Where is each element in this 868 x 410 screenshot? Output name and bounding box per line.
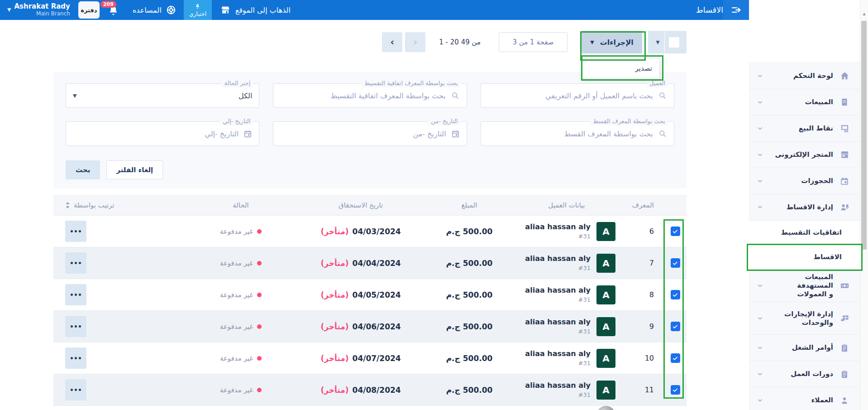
status-label: غير مدفوعة xyxy=(220,354,253,362)
header-sort[interactable]: ترتيب بواسطة xyxy=(53,201,186,209)
search-icon xyxy=(658,129,667,138)
customer-name[interactable]: aliaa hassan aly xyxy=(525,349,591,358)
row-status-cell: غير مدفوعة xyxy=(186,323,295,331)
late-badge: (متأخر) xyxy=(320,290,348,299)
late-badge: (متأخر) xyxy=(320,227,348,236)
scrollbar-thumb[interactable] xyxy=(861,21,867,250)
daftra-logo[interactable]: دفترة xyxy=(78,1,100,19)
due-date: 04/06/2024 xyxy=(353,322,401,331)
sidebar-item-work-orders[interactable]: أوامر الشغل xyxy=(749,335,860,361)
sidebar-item-installments[interactable]: الاقساط xyxy=(749,245,860,270)
chevron-up-icon xyxy=(757,204,763,210)
row-checkbox-checked[interactable] xyxy=(671,385,680,395)
header-id[interactable]: المعرف xyxy=(621,201,664,209)
field-placeholder: التاريخ -إلي xyxy=(205,130,238,138)
sidebar-toggle-button[interactable] xyxy=(723,0,749,20)
avatar: A xyxy=(596,317,615,336)
notifications-button[interactable]: 209 xyxy=(108,5,119,16)
prev-page-button[interactable]: ‹ xyxy=(382,32,402,52)
header-due-date[interactable]: تاريخ الاستحقاق xyxy=(295,201,426,209)
agreement-search-field[interactable]: بحث بواسطة المعرف اتفاقية التقسيط بحث بو… xyxy=(273,83,467,108)
row-actions-button[interactable] xyxy=(65,347,86,369)
row-checkbox-cell xyxy=(664,290,687,299)
row-checkbox-checked[interactable] xyxy=(671,353,680,363)
row-customer-cell[interactable]: A aliaa hassan aly #31 xyxy=(512,317,621,336)
table-row[interactable]: 10 A aliaa hassan aly #31 500.00 ج.م 04/… xyxy=(53,342,687,374)
row-checkbox-checked[interactable] xyxy=(671,322,680,331)
field-label: التاريخ -من xyxy=(428,117,460,125)
header-status[interactable]: الحالة xyxy=(186,201,295,209)
select-all-group: ▼ xyxy=(648,31,687,53)
row-checkbox-checked[interactable] xyxy=(671,227,680,236)
status-select[interactable]: إختر الحالة الكل ▼ xyxy=(66,83,259,108)
clear-filter-button[interactable]: إلغاء الفلتر xyxy=(106,160,163,179)
date-to-field[interactable]: التاريخ -إلي التاريخ -إلي xyxy=(66,121,259,146)
row-customer-cell[interactable]: A aliaa hassan aly #31 xyxy=(512,349,621,368)
row-id: 7 xyxy=(621,259,664,267)
row-actions-button[interactable] xyxy=(65,316,86,337)
customer-name[interactable]: aliaa hassan aly xyxy=(525,254,591,263)
sidebar-item-dashboard[interactable]: لوحة التحكم xyxy=(749,63,860,89)
goto-site-button[interactable]: الذهاب إلى الموقع xyxy=(220,5,291,15)
status-select-value: الكل xyxy=(238,92,252,100)
sidebar-item-installments-management[interactable]: إدارة الاقساط xyxy=(749,194,860,221)
table-row[interactable]: 9 A aliaa hassan aly #31 500.00 ج.م 04/0… xyxy=(53,311,687,342)
row-customer-cell[interactable]: A aliaa hassan aly #31 xyxy=(512,222,621,241)
sidebar-item-label: لوحة التحكم xyxy=(793,72,833,80)
sidebar-item-online-store[interactable]: المتجر الإلكترونى xyxy=(749,142,860,168)
next-page-button[interactable]: › xyxy=(405,32,425,52)
row-due-cell: 04/04/2024 (متأخر) xyxy=(295,259,426,268)
table-row[interactable]: 7 A aliaa hassan aly #31 500.00 ج.م 04/0… xyxy=(53,247,687,279)
daftra-logo-text: دفترة xyxy=(81,7,97,14)
row-actions-button[interactable] xyxy=(65,379,86,400)
user-menu[interactable]: ▼ Ashrakat Rady Main Branch xyxy=(0,3,75,17)
customer-name[interactable]: aliaa hassan aly xyxy=(525,286,591,294)
sidebar-item-sales[interactable]: المبيعات xyxy=(749,89,860,116)
search-button[interactable]: بحث xyxy=(66,160,100,179)
sidebar-item-rentals-units[interactable]: إدارة الإيجارات والوحدات xyxy=(749,302,860,335)
client-search-field[interactable]: العميل بحث باسم العميل أو الرقم التعريفي xyxy=(481,83,674,108)
table-row[interactable]: 6 A aliaa hassan aly #31 500.00 ج.م 04/0… xyxy=(53,216,687,247)
customer-name[interactable]: aliaa hassan aly xyxy=(525,222,591,231)
row-actions-button[interactable] xyxy=(65,252,86,274)
table-row[interactable]: 11 A aliaa hassan aly #31 500.00 ج.م 04/… xyxy=(53,374,687,406)
sidebar-item-work-cycles[interactable]: دورات العمل xyxy=(749,361,860,387)
select-options-caret[interactable]: ▼ xyxy=(652,39,664,45)
installment-id-search-field[interactable]: بحث بواسطة المعرف القسط بحث بواسطة المعر… xyxy=(481,121,674,146)
customer-name[interactable]: aliaa hassan aly xyxy=(525,381,591,390)
late-badge: (متأخر) xyxy=(320,354,348,363)
export-menu-item[interactable]: تصدير xyxy=(582,58,660,79)
row-status-cell: غير مدفوعة xyxy=(186,259,295,267)
sidebar-item-label: أوامر الشغل xyxy=(792,343,833,352)
sidebar-item-label: الحجوزات xyxy=(801,177,833,185)
header-amount[interactable]: المبلغ xyxy=(426,201,512,209)
window-scrollbar[interactable]: ▲ xyxy=(860,0,868,410)
header-customer[interactable]: بيانات العميل xyxy=(512,201,621,209)
app-window: ▼ Ashrakat Rady Main Branch دفترة 209 ال… xyxy=(0,0,868,410)
date-from-field[interactable]: التاريخ -من التاريخ -من xyxy=(273,121,467,146)
row-checkbox-checked[interactable] xyxy=(671,290,680,299)
page-indicator-input[interactable]: صفحة 1 من 3 xyxy=(499,32,568,52)
actions-button[interactable]: الإجراءات ▼ xyxy=(582,31,642,53)
row-due-cell: 04/08/2024 (متأخر) xyxy=(295,386,426,395)
scrollbar-up-arrow-icon[interactable]: ▲ xyxy=(860,12,868,16)
row-customer-cell[interactable]: A aliaa hassan aly #31 xyxy=(512,285,621,304)
sidebar-item-reservations[interactable]: الحجوزات xyxy=(749,168,860,194)
row-actions-button[interactable] xyxy=(65,221,86,242)
search-icon xyxy=(451,91,460,100)
trial-tab[interactable]: اختباري xyxy=(184,0,212,20)
table-row-partial[interactable]: Ashrakat Rady xyxy=(53,406,687,410)
table-row[interactable]: 8 A aliaa hassan aly #31 500.00 ج.م 04/0… xyxy=(53,279,687,311)
select-all-checkbox[interactable] xyxy=(669,37,679,48)
row-customer-cell[interactable]: A aliaa hassan aly #31 xyxy=(512,254,621,273)
customer-name[interactable]: aliaa hassan aly xyxy=(525,318,591,326)
row-checkbox-checked[interactable] xyxy=(671,258,680,268)
sidebar-item-target-sales[interactable]: المبيعات المستهدفة و العمولات xyxy=(749,270,860,302)
row-actions-button[interactable] xyxy=(65,284,86,305)
sidebar-item-clients[interactable]: العملاء xyxy=(749,387,860,410)
sidebar-item-installment-agreements[interactable]: اتفاقيات التقسيط xyxy=(749,221,860,245)
sidebar-item-pos[interactable]: نقاط البيع xyxy=(749,116,860,142)
help-button[interactable]: المساعده xyxy=(133,5,176,15)
check-icon xyxy=(672,355,678,362)
row-customer-cell[interactable]: A aliaa hassan aly #31 xyxy=(512,381,621,400)
